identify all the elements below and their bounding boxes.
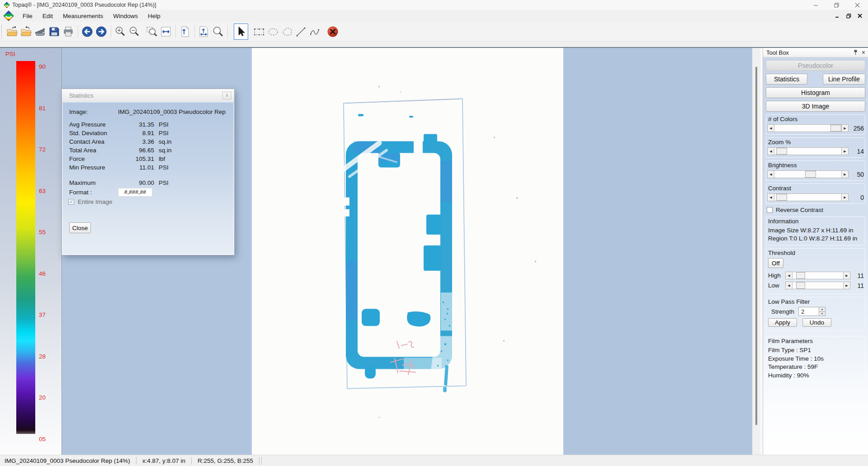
- undo-button[interactable]: Undo: [802, 318, 831, 327]
- reverse-contrast-label: Reverse Contrast: [776, 207, 823, 213]
- exposure-time: Exposure Time : 10s: [768, 355, 864, 363]
- threshold-low-value: 11: [850, 282, 864, 289]
- threshold-high-slider[interactable]: ◀ ▶: [785, 272, 850, 279]
- contrast-value: 0: [849, 194, 864, 201]
- print-icon[interactable]: [61, 24, 75, 40]
- zoom-in-icon[interactable]: [113, 24, 127, 40]
- format-label: Format :: [69, 189, 118, 196]
- slider-right-arrow-icon[interactable]: ▶: [841, 124, 849, 132]
- toolbar-separator: [111, 25, 111, 38]
- back-icon[interactable]: [80, 24, 94, 40]
- slider-right-arrow-icon[interactable]: ▶: [843, 272, 850, 279]
- close-icon[interactable]: [854, 1, 861, 9]
- histogram-button[interactable]: Histogram: [766, 87, 865, 98]
- information-title: Information: [768, 218, 864, 225]
- menu-file[interactable]: File: [18, 11, 38, 21]
- scale-unit-label: PSI: [5, 51, 15, 57]
- apply-button[interactable]: Apply: [768, 318, 797, 327]
- menu-windows[interactable]: Windows: [108, 11, 143, 21]
- reverse-contrast-checkbox[interactable]: [767, 207, 773, 213]
- slider-left-arrow-icon[interactable]: ◀: [767, 193, 774, 201]
- num-colors-slider[interactable]: ◀ ▶: [767, 124, 849, 132]
- format-input[interactable]: [118, 188, 152, 197]
- entire-image-checkbox[interactable]: ✓: [68, 199, 74, 205]
- scale-tick: 46: [39, 270, 54, 278]
- slider-right-arrow-icon[interactable]: ▶: [843, 282, 850, 289]
- import-image-icon[interactable]: [19, 24, 33, 40]
- pin-icon[interactable]: [854, 50, 858, 55]
- strength-label: Strength: [771, 308, 798, 315]
- threshold-low-label: Low: [768, 282, 785, 289]
- menu-edit[interactable]: Edit: [38, 11, 58, 21]
- slider-thumb[interactable]: [776, 148, 787, 155]
- close-button[interactable]: Close: [69, 222, 91, 233]
- freeform-select-icon[interactable]: [280, 24, 294, 40]
- scanner-icon[interactable]: [33, 24, 47, 40]
- vertical-scrollbar[interactable]: [752, 48, 760, 456]
- spin-down-icon[interactable]: ▼: [819, 312, 825, 316]
- close-icon[interactable]: ×: [862, 50, 865, 55]
- zoom-actual-icon[interactable]: [211, 24, 225, 40]
- pseudocolor-button[interactable]: Pseudocolor: [766, 60, 865, 71]
- cancel-icon[interactable]: [326, 24, 340, 40]
- save-icon[interactable]: [47, 24, 61, 40]
- slider-left-arrow-icon[interactable]: ◀: [767, 147, 774, 155]
- slider-left-arrow-icon[interactable]: ◀: [785, 272, 793, 279]
- toolbar-separator: [194, 25, 195, 38]
- image-size-info: Image Size W:8.27 x H:11.69 in: [768, 226, 864, 235]
- stat-row: Min Pressure 11.01 PSI: [69, 163, 227, 172]
- slider-thumb[interactable]: [796, 282, 805, 289]
- mdi-minimize-icon[interactable]: [835, 13, 840, 19]
- rect-select-icon[interactable]: [252, 24, 266, 40]
- ellipse-select-icon[interactable]: [266, 24, 280, 40]
- zoom-out-icon[interactable]: [127, 24, 141, 40]
- brightness-slider[interactable]: ◀ ▶: [767, 170, 849, 178]
- statistics-button[interactable]: Statistics: [766, 74, 807, 85]
- slider-right-arrow-icon[interactable]: ▶: [841, 147, 849, 155]
- mdi-restore-icon[interactable]: [846, 13, 851, 19]
- slider-thumb[interactable]: [830, 125, 841, 132]
- slider-right-arrow-icon[interactable]: ▶: [841, 193, 849, 201]
- strength-spinner[interactable]: 2 ▲ ▼: [798, 307, 826, 316]
- threshold-low-slider[interactable]: ◀ ▶: [785, 282, 850, 289]
- spin-up-icon[interactable]: ▲: [819, 307, 825, 312]
- slider-thumb[interactable]: [805, 171, 816, 178]
- contrast-slider[interactable]: ◀ ▶: [767, 193, 849, 201]
- scale-tick: 28: [39, 353, 54, 361]
- menu-help[interactable]: Help: [143, 11, 165, 21]
- threshold-group: Threshold Off High ◀ ▶ 11 Low ◀: [766, 248, 865, 294]
- open-image-icon[interactable]: [5, 24, 19, 40]
- minimize-icon[interactable]: [812, 1, 819, 9]
- scale-tick: 55: [39, 228, 54, 236]
- contrast-label: Contrast: [768, 185, 864, 192]
- 3d-image-button[interactable]: 3D Image: [766, 101, 865, 112]
- fit-page-icon[interactable]: [197, 24, 211, 40]
- fit-width-icon[interactable]: [159, 24, 173, 40]
- temperature: Temperature : 59F: [768, 363, 864, 372]
- curve-tool-icon[interactable]: [308, 24, 322, 40]
- slider-left-arrow-icon[interactable]: ◀: [767, 170, 774, 178]
- slider-left-arrow-icon[interactable]: ◀: [767, 124, 774, 132]
- slider-right-arrow-icon[interactable]: ▶: [841, 170, 849, 178]
- slider-left-arrow-icon[interactable]: ◀: [785, 282, 793, 289]
- slider-thumb[interactable]: [776, 194, 787, 201]
- close-icon[interactable]: x: [222, 92, 231, 99]
- toolbar-separator: [227, 25, 228, 38]
- fit-height-icon[interactable]: [178, 24, 192, 40]
- statistics-dialog-titlebar[interactable]: Statistics x: [62, 89, 234, 102]
- zoom-slider[interactable]: ◀ ▶: [767, 147, 849, 155]
- zoom-window-icon[interactable]: [145, 24, 159, 40]
- line-profile-button[interactable]: Line Profile: [823, 74, 865, 85]
- slider-thumb[interactable]: [796, 272, 805, 279]
- restore-icon[interactable]: [833, 1, 840, 9]
- menu-measurements[interactable]: Measurements: [58, 11, 108, 21]
- threshold-off-button[interactable]: Off: [768, 258, 783, 268]
- pointer-tool-icon[interactable]: [234, 24, 248, 40]
- vertical-scrollbar-thumb[interactable]: [755, 67, 757, 425]
- mdi-close-icon[interactable]: [857, 13, 863, 19]
- humidity: Humidity : 90%: [768, 372, 864, 380]
- toolbox-panel: Tool Box × Pseudocolor Statistics Line P…: [763, 48, 868, 456]
- forward-icon[interactable]: [94, 24, 108, 40]
- scale-tick: 72: [39, 146, 54, 154]
- line-tool-icon[interactable]: [294, 24, 308, 40]
